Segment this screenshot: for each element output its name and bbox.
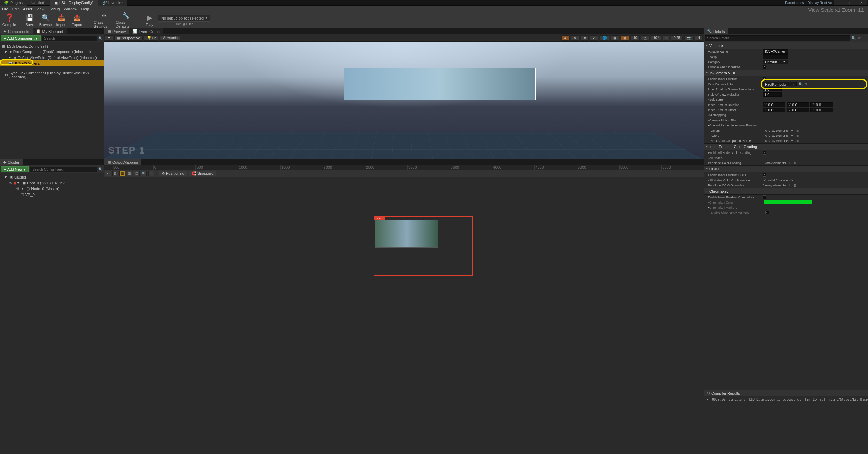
prop-label[interactable]: Soft Edge	[709, 98, 764, 101]
transform-select[interactable]: ◈	[561, 35, 570, 41]
menu-edit[interactable]: Edit	[12, 7, 19, 11]
prop-label[interactable]: All Nodes	[709, 156, 764, 160]
tree-root-component[interactable]: ▾●Root Component (RootComponent) (Inheri…	[0, 49, 104, 54]
compiler-results-tab[interactable]: ⚙Compiler Results	[704, 390, 868, 396]
cluster-node[interactable]: 👁▾▢Node_0 (Master)	[0, 186, 104, 192]
add-icon[interactable]: +	[787, 183, 792, 187]
trash-icon[interactable]: 🗑	[793, 161, 797, 165]
angle-snap[interactable]: △	[641, 35, 649, 41]
menu-debug[interactable]: Debug	[49, 7, 60, 11]
perspective-button[interactable]: ▦ Perspective	[114, 35, 143, 41]
om-btn5[interactable]: 🔍	[141, 171, 147, 176]
add-icon[interactable]: +	[790, 128, 794, 133]
category-dropdown[interactable]: Default▼	[763, 60, 788, 64]
rot-y-input[interactable]: Y0.0	[787, 102, 809, 107]
my-blueprint-tab[interactable]: 📋My Blueprint	[33, 28, 66, 34]
title-tab-livelink[interactable]: 🔗Live Link	[98, 0, 127, 6]
prop-label[interactable]: Camera Motion Blur	[709, 119, 764, 122]
scale-snap[interactable]: ▪	[663, 35, 669, 41]
menu-help[interactable]: Help	[81, 7, 89, 11]
off-z-input[interactable]: Z0.0	[810, 108, 833, 112]
trash-icon[interactable]: 🗑	[796, 138, 800, 143]
prop-label[interactable]: Mipmapping	[709, 113, 764, 117]
class-defaults-button[interactable]: 🔧Class Defaults	[116, 13, 136, 28]
prop-label[interactable]: Chromakey Markers	[709, 206, 764, 209]
browse-button[interactable]: 🔍Browse	[38, 13, 53, 28]
output-mapping-canvas[interactable]: host_0	[104, 177, 704, 454]
host-output-box[interactable]: host_0	[374, 216, 473, 276]
cluster-search[interactable]	[30, 167, 97, 172]
window-close[interactable]: ✕	[856, 0, 867, 5]
components-tab[interactable]: ✦Components	[0, 28, 33, 34]
window-minimize[interactable]: —	[834, 0, 845, 5]
world-local-toggle[interactable]: 🌐	[600, 35, 609, 41]
enable-markers-checkbox[interactable]	[765, 211, 769, 214]
trash-icon[interactable]: 🗑	[793, 183, 797, 187]
menu-file[interactable]: File	[2, 7, 8, 11]
title-tab-untitled[interactable]: Untitled-	[27, 0, 50, 5]
export-button[interactable]: 📤Export	[70, 13, 84, 28]
section-icvfx[interactable]: ▾In-Camera VFX	[704, 70, 868, 76]
tree-sync-tick[interactable]: ↻Sync Tick Component (DisplayClusterSync…	[0, 70, 104, 80]
filter-icon[interactable]: ☰	[863, 36, 867, 40]
om-dropdown[interactable]: ▼	[105, 171, 111, 176]
lit-button[interactable]: 💡Lit	[144, 35, 158, 41]
rot-x-input[interactable]: X0.0	[763, 102, 785, 107]
camera-speed[interactable]: 📷	[684, 35, 694, 41]
section-variable[interactable]: ▾Variable	[704, 42, 868, 49]
import-button[interactable]: 📥Import	[54, 13, 68, 28]
section-grading[interactable]: ▾Inner Frustum Color Grading	[704, 143, 868, 150]
chromakey-color-swatch[interactable]	[764, 200, 812, 204]
enable-ocio-checkbox[interactable]	[763, 173, 766, 177]
angle-snap-value[interactable]: 10°	[651, 35, 661, 41]
details-search[interactable]	[705, 35, 850, 41]
menu-view[interactable]: View	[36, 7, 44, 11]
add-component-button[interactable]: + Add Component ▼	[1, 35, 41, 41]
transform-move[interactable]: ✥	[571, 35, 579, 41]
output-mapping-tab[interactable]: ▦OutputMapping	[104, 159, 141, 165]
positioning-button[interactable]: ✥Positioning	[159, 171, 187, 176]
variable-name-input[interactable]	[763, 49, 788, 54]
om-btn1[interactable]: ▦	[112, 171, 118, 176]
off-y-input[interactable]: Y0.0	[787, 108, 809, 112]
trash-icon[interactable]: 🗑	[796, 128, 800, 133]
enable-grading-checkbox[interactable]	[763, 151, 766, 155]
camera-speed-value[interactable]: 4	[695, 35, 703, 41]
om-btn3[interactable]: ◫	[127, 171, 132, 176]
snapping-button[interactable]: 🧲Snapping	[189, 171, 216, 176]
add-icon[interactable]: +	[790, 138, 794, 143]
tooltip-input[interactable]	[763, 54, 788, 59]
debug-object-dropdown[interactable]: No debug object selected▼	[158, 15, 210, 22]
rot-z-input[interactable]: Z0.0	[810, 102, 833, 107]
grid-snap-value[interactable]: 10	[630, 35, 640, 41]
cluster-root[interactable]: ▾▣Cluster	[0, 174, 104, 180]
window-maximize[interactable]: ▢	[845, 0, 856, 5]
fov-mult-input[interactable]: 1.0	[763, 92, 782, 97]
class-settings-button[interactable]: ⚙Class Settings	[94, 13, 114, 28]
details-tab[interactable]: 🔧Details	[704, 28, 728, 34]
enable-chromakey-checkbox[interactable]	[763, 195, 766, 199]
vp-menu-button[interactable]: ▼	[105, 35, 113, 41]
cluster-vp[interactable]: ▢VP_0	[0, 192, 104, 197]
cluster-tab[interactable]: ◆Cluster	[0, 159, 23, 165]
menu-asset[interactable]: Asset	[23, 7, 33, 11]
node-preview[interactable]	[375, 220, 438, 248]
om-btn2[interactable]: ▦	[119, 171, 125, 176]
surface-snap[interactable]: ▦	[611, 35, 619, 41]
eye-icon[interactable]: 👁	[857, 36, 861, 40]
tree-root-self[interactable]: ▦LSUnDisplayConfig(self)	[0, 43, 104, 49]
transform-scale[interactable]: ⤢	[590, 35, 598, 41]
section-chromakey[interactable]: ▾Chromakey	[704, 188, 868, 195]
title-tab-displayconfig[interactable]: ▣LSUnDisplayConfig*	[50, 0, 98, 6]
save-button[interactable]: 💾Save	[23, 13, 37, 28]
editable-checkbox[interactable]	[763, 65, 766, 69]
compile-button[interactable]: ❓Compile	[2, 13, 16, 28]
preview-tab[interactable]: ▦Preview	[104, 28, 129, 34]
prop-label[interactable]: Content Hidden from Inner Frustum	[709, 124, 778, 127]
add-icon[interactable]: +	[787, 161, 792, 165]
cluster-host[interactable]: 👁▮▾▣Host_0 (230.39.92.193)	[0, 180, 104, 186]
om-btn4[interactable]: ◫	[134, 171, 140, 176]
title-tab-plugins[interactable]: 🧩Plugins	[0, 0, 27, 6]
off-x-input[interactable]: X0.0	[763, 108, 785, 112]
scale-snap-value[interactable]: 0.25	[671, 35, 683, 41]
